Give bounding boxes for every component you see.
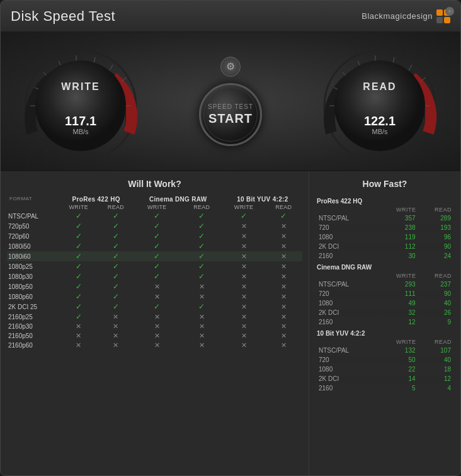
speed-read-cell: 96 (419, 233, 453, 241)
check-icon: ✓ (154, 252, 160, 261)
prores-write-cell: ✓ (59, 292, 99, 302)
check-icon: ✓ (154, 232, 160, 241)
empty-header (7, 203, 59, 211)
speed-read-cell: 237 (419, 280, 453, 288)
format-cell: 2160p60 (7, 341, 59, 350)
yuv-read-cell: ✕ (265, 221, 302, 231)
cross-icon: ✕ (154, 341, 160, 349)
check-icon: ✓ (76, 272, 82, 281)
speed-write-cell: 5 (378, 384, 417, 392)
cross-icon: ✕ (241, 341, 247, 349)
cross-icon: ✕ (241, 332, 247, 339)
cross-icon: ✕ (113, 341, 118, 349)
prores-read-cell: ✓ (98, 241, 134, 251)
check-icon: ✓ (113, 232, 119, 241)
speed-read-cell: 40 (419, 356, 453, 364)
prores-read-cell: ✕ (98, 341, 134, 350)
yuv-read-cell: ✕ (265, 331, 302, 341)
check-icon: ✓ (154, 212, 160, 220)
yuv-read-cell: ✕ (265, 251, 302, 261)
format-col-header: FORMAT (7, 194, 59, 203)
yuv-write-cell: ✕ (223, 241, 265, 251)
prores-read-cell: ✓ (98, 302, 134, 312)
speed-write-cell: 357 (378, 214, 417, 222)
cross-icon: ✕ (281, 341, 287, 349)
svg-line-23 (409, 65, 412, 71)
prores-write-cell: ✓ (59, 271, 99, 281)
speed-format-cell: 2K DCI (317, 375, 377, 383)
cross-icon: ✕ (76, 341, 81, 349)
speed-write-cell: 14 (378, 375, 417, 383)
prores-write-cell: ✓ (59, 211, 99, 221)
cross-icon: ✕ (281, 273, 287, 280)
speed-write-cell: 22 (378, 365, 417, 373)
prores-write-cell: ✓ (59, 251, 99, 261)
settings-button[interactable]: ⚙ (220, 57, 241, 77)
check-icon: ✓ (154, 222, 160, 230)
will-it-work-panel: Will It Work? FORMAT ProRes 422 HQ Cinem… (1, 171, 309, 475)
cross-icon: ✕ (281, 263, 287, 270)
cross-icon: ✕ (241, 313, 247, 320)
cross-icon: ✕ (154, 322, 160, 330)
cross-icon: ✕ (281, 313, 287, 320)
speed-read-cell: 18 (419, 365, 453, 373)
cross-icon: ✕ (241, 273, 247, 280)
brand-icon-cell-1 (436, 9, 443, 16)
cdng-read-cell: ✓ (181, 302, 223, 312)
close-button[interactable]: × (445, 7, 454, 16)
format-cell: NTSC/PAL (7, 211, 59, 221)
cross-icon: ✕ (241, 222, 247, 230)
prores-read-cell: ✓ (98, 221, 134, 231)
yuv-read-cell: ✕ (265, 281, 302, 292)
cross-icon: ✕ (241, 322, 247, 330)
svg-text:117.1: 117.1 (65, 114, 96, 128)
check-icon: ✓ (76, 312, 82, 321)
cross-icon: ✕ (241, 283, 247, 290)
cdng-write-cell: ✕ (134, 312, 181, 322)
write-gauge: WRITE 117.1 MB/s (20, 45, 142, 157)
will-it-work-title: Will It Work? (7, 179, 302, 189)
cdng-read-cell: ✓ (181, 251, 223, 261)
start-button[interactable]: SPEED TEST START (199, 83, 262, 146)
speed-format-cell: 2160 (317, 384, 377, 392)
svg-line-7 (110, 65, 113, 71)
check-icon: ✓ (113, 272, 119, 281)
cdng-read-cell: ✕ (181, 312, 223, 322)
svg-text:MB/s: MB/s (72, 128, 89, 135)
check-icon: ✓ (198, 272, 205, 281)
yuv-write-cell: ✕ (223, 261, 265, 271)
yuv-write-header: WRITE (223, 203, 265, 211)
check-icon: ✓ (198, 302, 205, 311)
svg-point-28 (334, 60, 425, 151)
prores-write-header: WRITE (59, 203, 99, 211)
speed-read-cell: 26 (419, 309, 453, 317)
format-cell: 720p50 (7, 221, 59, 231)
speed-format-cell: 1080 (317, 299, 377, 307)
format-cell: 1080i60 (7, 251, 59, 261)
speed-format-header (317, 273, 377, 279)
check-icon: ✓ (198, 222, 205, 230)
svg-text:WRITE: WRITE (61, 81, 100, 92)
prores-read-cell: ✓ (98, 261, 134, 271)
compat-table: FORMAT ProRes 422 HQ Cinema DNG RAW 10 B… (7, 194, 302, 350)
cross-icon: ✕ (241, 252, 247, 260)
prores-write-cell: ✓ (59, 241, 99, 251)
check-icon: ✓ (113, 292, 119, 301)
speed-read-cell: 107 (419, 346, 453, 354)
cross-icon: ✕ (154, 313, 160, 320)
speed-read-cell: 90 (419, 290, 453, 298)
yuv-write-cell: ✓ (223, 211, 265, 221)
check-icon: ✓ (76, 242, 82, 251)
yuv-write-cell: ✕ (223, 312, 265, 322)
speed-format-cell: 2160 (317, 252, 377, 260)
check-icon: ✓ (76, 222, 82, 230)
cross-icon: ✕ (199, 332, 205, 339)
brand-icon-cell-3 (436, 17, 443, 23)
speed-read-cell: 193 (419, 224, 453, 232)
yuv-read-cell: ✓ (265, 211, 302, 221)
cross-icon: ✕ (241, 263, 247, 270)
cdng-read-cell: ✕ (181, 292, 223, 302)
brand-logo: Blackmagicdesign (361, 9, 450, 23)
speed-read-cell: 90 (419, 242, 453, 251)
cross-icon: ✕ (199, 322, 205, 330)
